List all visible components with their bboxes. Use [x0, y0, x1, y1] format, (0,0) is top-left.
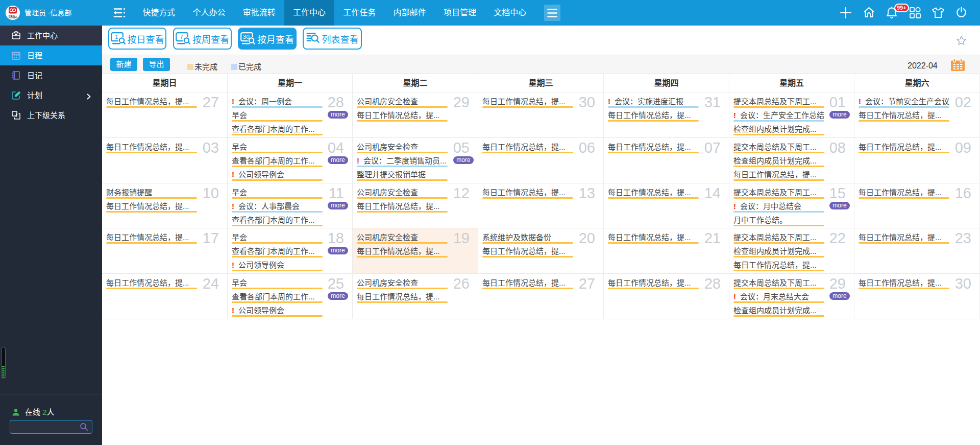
svg-text:7: 7: [180, 34, 183, 40]
svg-text:1: 1: [115, 34, 118, 40]
svg-text:POWER: POWER: [10, 17, 15, 19]
svg-text:30: 30: [243, 34, 250, 40]
